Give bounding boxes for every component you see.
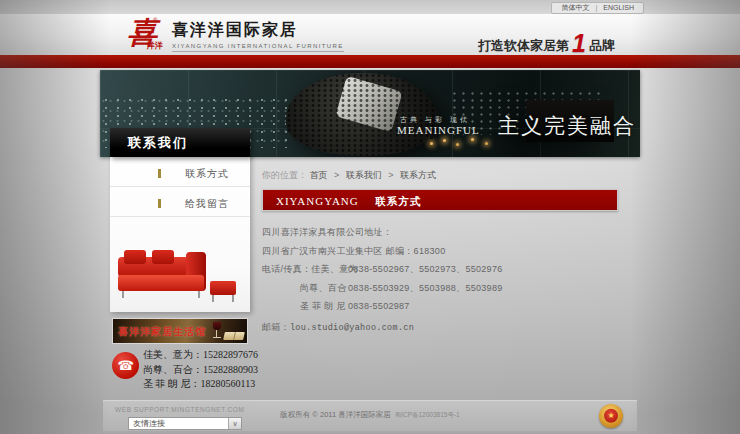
breadcrumb-contact-us-link[interactable]: 联系我们 bbox=[346, 170, 382, 180]
email-address: lou.studio@yahoo.com.cn bbox=[290, 323, 414, 333]
lang-zh-link[interactable]: 简体中文 bbox=[561, 4, 589, 11]
brand-text: 喜洋洋国际家居 XIYANGYANG INTERNATIONAL FURNITU… bbox=[172, 20, 344, 52]
phone-icon: ☎ bbox=[112, 352, 139, 379]
friendly-links-value: 友情连接 bbox=[133, 419, 165, 428]
banner-tagline-english: MEANINGFUL bbox=[397, 124, 480, 136]
section-title-bar: XIYANGYANG 联系方式 bbox=[262, 189, 618, 211]
wine-glass-icon bbox=[213, 322, 221, 340]
main-nav-bar bbox=[0, 55, 740, 68]
email-row: 邮箱：lou.studio@yahoo.com.cn bbox=[262, 321, 414, 334]
phone-fax-row: 尚尊、百合0838-5503929、5503988、5503989 bbox=[262, 282, 503, 295]
red-sofa-image bbox=[116, 247, 238, 307]
sidebar-panel: 联系方式 给我留言 bbox=[110, 157, 250, 312]
slogan: 打造软体家居第 1 品牌 bbox=[478, 32, 658, 54]
footer: WEB SUPPORT:MINGTENGNET.COM 友情连接 ∨ 版权所有 … bbox=[103, 400, 637, 431]
slogan-suffix: 品牌 bbox=[589, 38, 615, 54]
lifestyle-store-banner[interactable]: 喜洋洋家居生活馆 bbox=[112, 318, 248, 344]
breadcrumb-separator: > bbox=[334, 170, 339, 180]
open-book-icon bbox=[223, 332, 245, 340]
company-name-line: 四川喜洋洋家具有限公司地址： bbox=[262, 226, 392, 239]
section-title-cn: 联系方式 bbox=[375, 195, 421, 207]
contact-line: 圣 菲 朗 尼：18280560113 bbox=[143, 377, 258, 392]
lifestyle-store-banner-text: 喜洋洋家居生活馆 bbox=[118, 325, 206, 339]
bullet-tick-icon bbox=[158, 169, 161, 178]
sidebar-title: 联系我们 bbox=[110, 128, 250, 157]
header: 喜 ® 洋洋 喜洋洋国际家居 XIYANGYANG INTERNATIONAL … bbox=[0, 14, 740, 55]
contact-line: 佳美、意为：15282897676 bbox=[143, 348, 258, 363]
section-title-en: XIYANGYANG bbox=[276, 195, 359, 207]
copyright-text: 版权所有 © 2011 喜洋洋国际家居蜀ICP备12003815号-1 bbox=[220, 410, 520, 420]
brand-name-cn: 喜洋洋国际家居 bbox=[172, 20, 344, 41]
address-line: 四川省广汉市南兴工业集中区 邮编：618300 bbox=[262, 245, 445, 258]
logo-small-text: 洋洋 bbox=[147, 40, 163, 51]
breadcrumb-prefix: 你的位置： bbox=[262, 170, 307, 180]
sidebar-contact-list: 佳美、意为：15282897676 尚尊、百合：15282880903 圣 菲 … bbox=[143, 348, 258, 392]
phone-fax-row: 电话/传真：佳美、意为0838-5502967、5502973、5502976 bbox=[262, 263, 503, 276]
breadcrumb-contact-info-link[interactable]: 联系方式 bbox=[400, 170, 436, 180]
page: 简体中文|ENGLISH 喜 ® 洋洋 喜洋洋国际家居 XIYANGYANG I… bbox=[0, 0, 740, 434]
public-security-emblem-icon[interactable] bbox=[599, 404, 623, 428]
chair-cushion bbox=[335, 76, 402, 132]
breadcrumb-separator: > bbox=[388, 170, 393, 180]
contact-line: 尚尊、百合：15282880903 bbox=[143, 363, 258, 378]
sidebar-item-label: 联系方式 bbox=[185, 168, 229, 179]
lang-en-link[interactable]: ENGLISH bbox=[603, 4, 634, 11]
sidebar-item-contact-info[interactable]: 联系方式 bbox=[110, 157, 250, 187]
slogan-number-one: 1 bbox=[572, 32, 586, 54]
breadcrumb-home-link[interactable]: 首页 bbox=[310, 170, 328, 180]
registered-mark: ® bbox=[153, 17, 157, 23]
sidebar-item-label: 给我留言 bbox=[185, 198, 229, 209]
top-strip: 简体中文|ENGLISH bbox=[0, 0, 740, 14]
lang-separator: | bbox=[595, 4, 597, 11]
banner-tagline-main: 主义完美融合 bbox=[498, 112, 636, 140]
email-label: 邮箱： bbox=[262, 322, 290, 332]
slogan-prefix: 打造软体家居第 bbox=[478, 38, 569, 54]
bullet-tick-icon bbox=[158, 199, 161, 208]
candle-lights bbox=[430, 136, 433, 139]
language-switcher: 简体中文|ENGLISH bbox=[551, 2, 644, 14]
brand-logo[interactable]: 喜 ® 洋洋 bbox=[127, 16, 167, 54]
phone-fax-row: 圣 菲 朗 尼0838-5502987 bbox=[262, 300, 410, 313]
brand-name-en: XIYANGYANG INTERNATIONAL FURNITURE bbox=[172, 43, 344, 52]
icp-number: 蜀ICP备12003815号-1 bbox=[395, 411, 460, 418]
breadcrumb: 你的位置： 首页 > 联系我们 > 联系方式 bbox=[262, 169, 436, 182]
sidebar-item-leave-message[interactable]: 给我留言 bbox=[110, 187, 250, 217]
